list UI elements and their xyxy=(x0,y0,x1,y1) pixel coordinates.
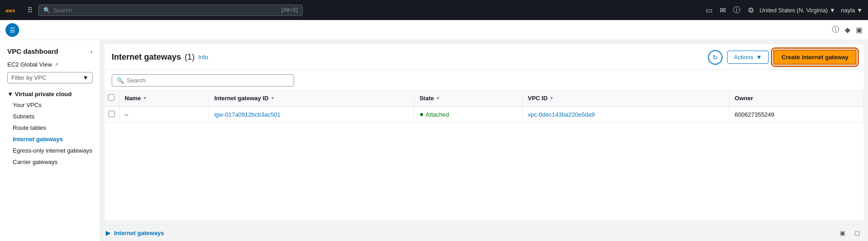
bell-icon[interactable]: ✉ xyxy=(720,6,726,15)
sidebar: VPC dashboard ‹ EC2 Global View ↗ Filter… xyxy=(0,40,100,241)
filter-by-vpc-label: Filter by VPC xyxy=(11,74,46,81)
filter-vpc-chevron: ▼ xyxy=(83,74,88,81)
bottom-bar: ▶ Internet gateways ▣ ▢ xyxy=(100,225,868,241)
external-link-icon: ↗ xyxy=(55,62,58,67)
actions-button[interactable]: Actions ▼ xyxy=(727,51,769,64)
search-hint: [Alt+S] xyxy=(281,7,298,13)
aws-logo[interactable]: aws xyxy=(5,5,20,15)
global-search-bar[interactable]: 🔍 [Alt+S] xyxy=(38,5,303,16)
window-icon-top[interactable]: ▣ xyxy=(856,26,863,34)
table-container: Name ▼ Internet gateway ID ▼ xyxy=(104,91,864,220)
row-name-cell: – xyxy=(119,106,208,123)
user-menu[interactable]: nayla ▼ xyxy=(841,7,863,14)
terminal-icon[interactable]: ▭ xyxy=(706,6,713,15)
create-internet-gateway-button[interactable]: Create internet gateway xyxy=(773,50,857,65)
panel-count: (1) xyxy=(185,52,195,62)
globe-icon-top[interactable]: ◆ xyxy=(845,26,850,34)
panel-header: Internet gateways (1) Info ↻ Actions ▼ C… xyxy=(104,44,864,70)
bottom-nav-link[interactable]: ▶ Internet gateways xyxy=(106,230,164,236)
col-owner-label: Owner xyxy=(735,95,753,102)
info-icon-top[interactable]: ⓘ xyxy=(832,25,839,35)
panel-title-area: Internet gateways (1) Info xyxy=(112,52,208,62)
sidebar-item-your-vpcs-label: Your VPCs xyxy=(13,102,41,108)
sidebar-item-ec2-global-view[interactable]: EC2 Global View ↗ xyxy=(0,59,100,70)
col-owner: Owner xyxy=(729,91,863,106)
table-header-row: Name ▼ Internet gateway ID ▼ xyxy=(104,91,864,106)
global-search-input[interactable] xyxy=(53,7,279,14)
row-state-label: Attached xyxy=(426,111,449,118)
row-gateway-id-link[interactable]: igw-017a0912bcb3ac501 xyxy=(214,111,280,118)
status-dot-icon: ● xyxy=(419,110,424,118)
section-vpc-label: ▼ Virtual private cloud xyxy=(7,91,72,97)
content-panel: Internet gateways (1) Info ↻ Actions ▼ C… xyxy=(104,44,864,221)
ec2-global-view-label: EC2 Global View xyxy=(7,61,52,68)
search-row: 🔍 xyxy=(104,70,864,91)
settings-icon[interactable]: ⚙ xyxy=(748,6,754,15)
question-icon[interactable]: ⓘ xyxy=(733,5,740,15)
col-vpc-id-sort-icon[interactable]: ▼ xyxy=(549,96,554,101)
panel-actions: ↻ Actions ▼ Create internet gateway xyxy=(708,50,857,65)
sidebar-item-route-tables[interactable]: Route tables xyxy=(0,122,100,133)
col-name-sort-icon[interactable]: ▼ xyxy=(143,96,147,101)
col-state-label: State xyxy=(419,95,434,102)
row-checkbox-cell xyxy=(104,106,119,123)
table-search-input[interactable] xyxy=(127,77,289,84)
col-vpc-id[interactable]: VPC ID ▼ xyxy=(522,91,729,106)
sidebar-collapse-button[interactable]: ‹ xyxy=(90,48,93,55)
refresh-button[interactable]: ↻ xyxy=(708,50,723,65)
second-bar: ☰ ⓘ ◆ ▣ xyxy=(0,20,868,40)
status-attached: ● Attached xyxy=(419,110,517,118)
sidebar-item-internet-gateways[interactable]: Internet gateways xyxy=(0,133,100,145)
actions-label: Actions xyxy=(734,54,754,61)
row-owner: 600627355249 xyxy=(735,111,775,118)
sidebar-title: VPC dashboard xyxy=(7,47,58,55)
col-state[interactable]: State ▼ xyxy=(413,91,522,106)
sidebar-item-carrier-gateways-label: Carrier gateways xyxy=(13,159,57,165)
sidebar-item-internet-gateways-label: Internet gateways xyxy=(13,136,63,143)
col-checkbox xyxy=(104,91,119,106)
search-icon: 🔍 xyxy=(43,7,51,14)
row-owner-cell: 600627355249 xyxy=(729,106,863,123)
row-name: – xyxy=(125,111,128,118)
row-vpc-id-cell: vpc-0dec143ba220e5da9 xyxy=(522,106,729,123)
section-virtual-private-cloud: ▼ Virtual private cloud xyxy=(0,87,100,99)
nav-icons: ▭ ✉ ⓘ ⚙ xyxy=(706,5,754,15)
row-gateway-id-cell: igw-017a0912bcb3ac501 xyxy=(208,106,413,123)
content-area: Internet gateways (1) Info ↻ Actions ▼ C… xyxy=(100,40,868,241)
sidebar-item-your-vpcs[interactable]: Your VPCs xyxy=(0,99,100,111)
row-checkbox[interactable] xyxy=(108,111,115,117)
sidebar-header: VPC dashboard ‹ xyxy=(0,46,100,59)
sidebar-item-egress-only[interactable]: Egress-only internet gateways xyxy=(0,145,100,156)
main-layout: VPC dashboard ‹ EC2 Global View ↗ Filter… xyxy=(0,40,868,241)
sidebar-item-subnets-label: Subnets xyxy=(13,113,35,120)
table-search-bar[interactable]: 🔍 xyxy=(112,74,294,87)
second-bar-icons: ⓘ ◆ ▣ xyxy=(832,25,863,35)
sidebar-item-route-tables-label: Route tables xyxy=(13,124,46,131)
col-vpc-id-label: VPC ID xyxy=(528,95,548,102)
col-gateway-id-sort-icon[interactable]: ▼ xyxy=(270,96,275,101)
col-name-label: Name xyxy=(125,95,141,102)
bottom-right-icons: ▣ ▢ xyxy=(837,228,863,239)
bottom-icon-1[interactable]: ▣ xyxy=(837,228,848,239)
hamburger-button[interactable]: ☰ xyxy=(5,23,19,37)
grid-icon[interactable]: ⠿ xyxy=(27,6,33,15)
row-vpc-id-link[interactable]: vpc-0dec143ba220e5da9 xyxy=(528,111,595,118)
info-link[interactable]: Info xyxy=(198,54,208,61)
sidebar-item-egress-only-label: Egress-only internet gateways xyxy=(13,147,92,154)
table-row: – igw-017a0912bcb3ac501 ● Attached xyxy=(104,106,864,123)
select-all-checkbox[interactable] xyxy=(108,94,114,101)
sidebar-item-carrier-gateways[interactable]: Carrier gateways xyxy=(0,156,100,168)
gateways-table: Name ▼ Internet gateway ID ▼ xyxy=(104,91,864,123)
col-state-sort-icon[interactable]: ▼ xyxy=(436,96,440,101)
col-gateway-id-label: Internet gateway ID xyxy=(214,95,269,102)
col-name[interactable]: Name ▼ xyxy=(119,91,208,106)
filter-by-vpc-dropdown[interactable]: Filter by VPC ▼ xyxy=(7,72,93,83)
sidebar-item-subnets[interactable]: Subnets xyxy=(0,111,100,122)
refresh-icon: ↻ xyxy=(713,54,718,61)
col-gateway-id[interactable]: Internet gateway ID ▼ xyxy=(208,91,413,106)
bottom-nav-label: Internet gateways xyxy=(114,230,164,236)
bottom-icon-2[interactable]: ▢ xyxy=(852,228,863,239)
panel-title: Internet gateways xyxy=(112,52,181,62)
region-selector[interactable]: United States (N. Virginia) ▼ xyxy=(760,7,836,14)
table-search-icon: 🔍 xyxy=(117,77,124,84)
